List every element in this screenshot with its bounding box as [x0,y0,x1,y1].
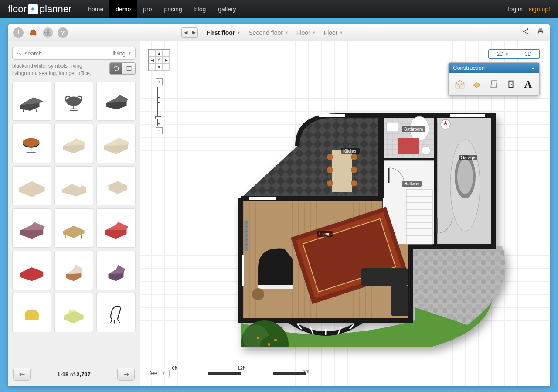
canvas[interactable]: ▲ ◀✥▶ ▼ + − 2D▼ 3D [140,41,550,386]
floor-tabs: First floor▼ Second floor▼ Floor▼ Floor▼ [207,29,343,36]
pan-center-button[interactable]: ✥ [156,57,163,64]
room-label-bathroom: Bathroom [402,126,425,132]
furniture-item[interactable] [54,166,94,205]
door-tool-icon[interactable] [504,77,518,91]
furniture-item[interactable] [12,124,51,163]
floor-prev-button[interactable]: ◀ [182,28,190,37]
furniture-item[interactable] [12,251,51,290]
floor-tab-second[interactable]: Second floor▼ [248,29,289,36]
furniture-item[interactable] [54,124,94,163]
furniture-item[interactable] [12,82,51,121]
nav-link-pricing[interactable]: pricing [158,0,188,18]
zoom-controls: + − [148,78,170,135]
svg-point-55 [327,167,333,173]
main-toolbar: i ? ◀ ▶ First floor▼ Second floor▼ Floor… [8,24,550,41]
view-toggle [109,62,136,75]
floor-tab-4[interactable]: Floor▼ [324,29,344,36]
svg-rect-48 [258,285,293,289]
globe-icon[interactable] [43,27,53,38]
room-tool-icon[interactable] [453,77,466,91]
category-select[interactable]: living ▼ [109,47,136,60]
pan-left-button[interactable]: ◀ [149,57,156,64]
nav-link-gallery[interactable]: gallery [212,0,242,18]
pager-text: 1-18 of 2,797 [57,371,91,378]
floor-prev-next: ◀ ▶ [181,27,198,38]
nav-links: home demo pro pricing blog gallery [82,0,242,18]
ruler-mark: 0ft [172,365,177,371]
nav-link-blog[interactable]: blog [188,0,212,18]
view-3d-button[interactable] [109,62,122,75]
furniture-item[interactable] [96,82,136,121]
pan-down-button[interactable]: ▼ [156,64,163,71]
zoom-in-button[interactable]: + [156,78,163,85]
furniture-item[interactable] [96,293,136,332]
svg-point-53 [327,154,333,160]
svg-rect-8 [127,66,131,70]
furniture-item[interactable] [96,251,136,290]
svg-rect-6 [539,32,542,34]
chevron-down-icon: ▼ [162,371,166,375]
furniture-item[interactable] [54,293,94,332]
page-total: 2,797 [76,371,91,378]
svg-rect-52 [332,150,352,192]
svg-point-65 [457,159,473,194]
unit-select[interactable]: feet ▼ [146,368,170,378]
print-icon[interactable] [536,27,545,38]
furniture-item[interactable] [96,208,136,248]
svg-rect-60 [387,122,399,132]
furniture-item[interactable] [54,208,94,248]
svg-rect-51 [391,286,408,316]
svg-point-76 [268,343,270,346]
floor-tab-first[interactable]: First floor▼ [207,29,241,36]
search-input[interactable] [25,50,105,57]
floor-tab-3[interactable]: Floor▼ [296,29,316,36]
furniture-item[interactable] [12,166,51,205]
zoom-out-button[interactable]: − [156,127,163,134]
info-icon[interactable]: i [13,27,24,38]
furniture-item[interactable] [12,293,51,332]
chevron-down-icon: ▼ [128,51,132,55]
construction-header[interactable]: Construction ▲ [449,63,539,73]
furniture-mode-icon[interactable] [28,27,38,38]
nav-link-demo[interactable]: demo [109,0,137,18]
floor-next-button[interactable]: ▶ [190,28,197,37]
pager-next-button[interactable]: ➡ [117,368,135,381]
pan-up-button[interactable]: ▲ [156,50,163,57]
furniture-item[interactable] [96,166,136,205]
nav-link-home[interactable]: home [82,0,109,18]
floor-tab-label: Floor [296,29,310,36]
nav-right: log in sign up! [508,6,550,13]
zoom-slider[interactable] [157,87,161,126]
share-icon[interactable] [521,27,530,38]
brand-logo[interactable]: floor ✦ planner [8,3,71,15]
text-tool-icon[interactable]: A [521,77,535,91]
wall-tool-icon[interactable] [487,77,500,91]
pager-prev-button[interactable]: ⬅ [13,368,31,381]
signup-link[interactable]: sign up! [529,6,550,13]
construction-tools: A [449,73,539,95]
furniture-item[interactable] [96,124,136,163]
construction-title: Construction [453,65,485,71]
view-3d-button[interactable]: 3D [517,49,540,59]
view-2d-button[interactable]: 2D▼ [488,49,517,59]
svg-point-54 [351,154,357,160]
nav-link-pro[interactable]: pro [137,0,158,18]
chevron-down-icon: ▼ [237,31,241,35]
top-navbar: floor ✦ planner home demo pro pricing bl… [0,0,558,18]
floorplan-drawing[interactable]: Kitchen Bathroom Garage Hallway Living [188,102,511,347]
zoom-handle[interactable] [155,116,161,119]
help-icon[interactable]: ? [58,27,68,38]
search-row: living ▼ [12,47,136,60]
furniture-item[interactable] [54,82,94,121]
surface-tool-icon[interactable] [470,77,483,91]
tool-icon-group: i ? [13,27,68,38]
brand-text-2: planner [40,3,71,15]
svg-point-13 [23,138,40,146]
view-2d-button[interactable] [122,62,136,75]
furniture-item[interactable] [12,208,51,248]
pager: ⬅ 1-18 of 2,797 ➡ [12,364,136,381]
pan-right-button[interactable]: ▶ [163,57,170,64]
tags-text: blackandwhite, symbols, living, livingro… [12,62,107,77]
furniture-item[interactable] [54,251,94,290]
login-link[interactable]: log in [508,6,522,13]
